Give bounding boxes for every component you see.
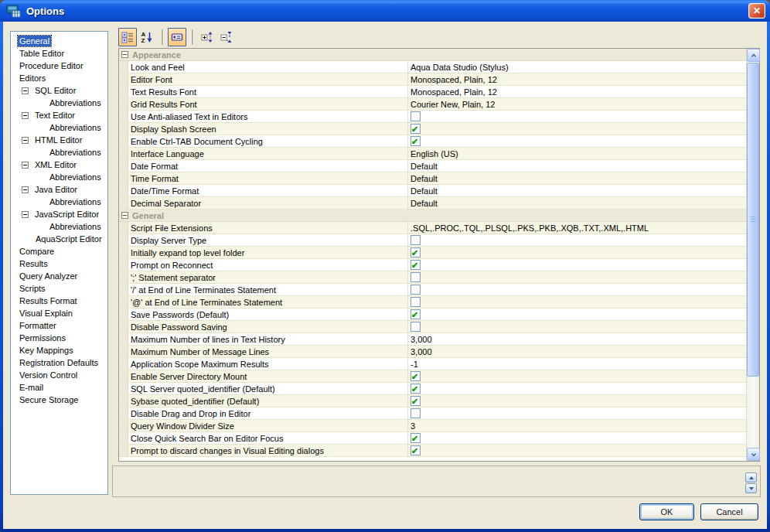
property-row-display-splash-screen[interactable]: Display Splash Screen [119, 123, 746, 135]
categorized-view-button[interactable] [118, 28, 137, 46]
property-value[interactable]: English (US) [408, 148, 746, 159]
checkbox-unchecked-icon[interactable] [411, 408, 421, 418]
property-value[interactable] [408, 321, 746, 332]
property-value[interactable]: Monospaced, Plain, 12 [408, 73, 746, 85]
tree-item-results[interactable]: Results [11, 257, 107, 270]
property-row-query-window-divider-size[interactable]: Query Window Divider Size3 [119, 420, 746, 432]
tree-collapse-toggle-icon[interactable] [22, 112, 29, 119]
property-value[interactable] [408, 309, 746, 320]
tree-item-java-editor[interactable]: Java Editor [11, 183, 107, 196]
cancel-button[interactable]: Cancel [700, 503, 758, 520]
tree-item-results-format[interactable]: Results Format [11, 295, 107, 307]
property-row-enable-server-directory-mount[interactable]: Enable Server Directory Mount [119, 370, 746, 383]
property-value[interactable]: Default [408, 172, 746, 184]
checkbox-checked-icon[interactable] [411, 433, 421, 443]
property-value[interactable]: -1 [408, 358, 746, 370]
tree-item-formatter[interactable]: Formatter [11, 319, 107, 332]
property-value[interactable] [408, 123, 746, 135]
tree-collapse-toggle-icon[interactable] [22, 211, 29, 218]
property-value[interactable] [408, 432, 746, 444]
checkbox-checked-icon[interactable] [411, 396, 421, 406]
tree-item-compare[interactable]: Compare [11, 245, 107, 257]
property-value[interactable] [408, 234, 746, 246]
tree-item-html-editor[interactable]: HTML Editor [11, 134, 107, 146]
property-value[interactable] [408, 259, 746, 271]
property-row-time-format[interactable]: Time FormatDefault [119, 172, 746, 185]
checkbox-checked-icon[interactable] [411, 247, 421, 257]
close-button[interactable]: ✕ [748, 3, 765, 19]
property-row-sql-server-quoted-identifier-default[interactable]: SQL Server quoted_identifier (Default) [119, 383, 746, 395]
tree-item-key-mappings[interactable]: Key Mappings [11, 344, 107, 356]
property-value[interactable]: 3,000 [408, 333, 746, 345]
tree-item-version-control[interactable]: Version Control [11, 369, 107, 381]
property-value[interactable]: 3,000 [408, 346, 746, 357]
scroll-up-button[interactable] [747, 49, 760, 62]
property-row-statement-separator[interactable]: ';' Statement separator [119, 271, 746, 284]
checkbox-checked-icon[interactable] [411, 309, 421, 319]
section-header-appearance[interactable]: Appearance [119, 49, 746, 61]
checkbox-unchecked-icon[interactable] [411, 272, 421, 282]
checkbox-unchecked-icon[interactable] [411, 111, 421, 121]
tree-item-abbreviations[interactable]: Abbreviations [11, 220, 107, 233]
property-row-initially-expand-top-level-folder[interactable]: Initially expand top level folder [119, 247, 746, 259]
tree-item-sql-editor[interactable]: SQL Editor [11, 84, 107, 97]
titlebar[interactable]: Options ✕ [0, 0, 770, 22]
property-row-date-time-format[interactable]: Date/Time FormatDefault [119, 185, 746, 197]
scrollbar-thumb[interactable] [747, 63, 759, 377]
section-collapse-icon[interactable] [121, 212, 128, 219]
tree-item-text-editor[interactable]: Text Editor [11, 109, 107, 121]
property-value[interactable] [408, 135, 746, 147]
checkbox-checked-icon[interactable] [411, 136, 421, 146]
property-row-disable-password-saving[interactable]: Disable Password Saving [119, 321, 746, 333]
tree-item-scripts[interactable]: Scripts [11, 282, 107, 295]
property-row-text-results-font[interactable]: Text Results FontMonospaced, Plain, 12 [119, 86, 746, 98]
property-row-date-format[interactable]: Date FormatDefault [119, 160, 746, 172]
tree-item-permissions[interactable]: Permissions [11, 332, 107, 344]
checkbox-checked-icon[interactable] [411, 371, 421, 381]
property-value[interactable]: Courier New, Plain, 12 [408, 98, 746, 110]
property-row-editor-font[interactable]: Editor FontMonospaced, Plain, 12 [119, 73, 746, 86]
property-row-use-anti-aliased-text-in-editors[interactable]: Use Anti-aliased Text in Editors [119, 111, 746, 123]
tree-item-abbreviations[interactable]: Abbreviations [11, 121, 107, 134]
tree-item-general[interactable]: General [11, 35, 107, 47]
property-value[interactable] [408, 271, 746, 283]
section-header-general[interactable]: General [119, 210, 746, 222]
checkbox-unchecked-icon[interactable] [411, 322, 421, 332]
show-description-button[interactable] [168, 28, 186, 46]
property-value[interactable]: Monospaced, Plain, 12 [408, 86, 746, 97]
property-value[interactable] [408, 296, 746, 308]
tree-item-aquascript-editor[interactable]: AquaScript Editor [11, 233, 107, 245]
property-value[interactable]: Default [408, 185, 746, 196]
property-row-prompt-to-discard-changes-in-visual-editing-dialogs[interactable]: Prompt to discard changes in Visual Edit… [119, 445, 746, 457]
ok-button[interactable]: OK [639, 503, 694, 520]
checkbox-unchecked-icon[interactable] [411, 297, 421, 307]
property-value[interactable]: 3 [408, 420, 746, 431]
tree-item-abbreviations[interactable]: Abbreviations [11, 196, 107, 208]
tree-item-secure-storage[interactable]: Secure Storage [11, 394, 107, 406]
property-value[interactable] [408, 383, 746, 394]
property-value[interactable]: Aqua Data Studio (Stylus) [408, 61, 746, 73]
property-row-at-end-of-line-terminates-statement[interactable]: '/' at End of Line Terminates Statement [119, 284, 746, 296]
property-row-decimal-separator[interactable]: Decimal SeparatorDefault [119, 197, 746, 210]
expand-all-button[interactable] [198, 28, 216, 46]
tree-item-visual-explain[interactable]: Visual Explain [11, 307, 107, 319]
tree-item-abbreviations[interactable]: Abbreviations [11, 171, 107, 183]
property-row-disable-drag-and-drop-in-editor[interactable]: Disable Drag and Drop in Editor [119, 408, 746, 420]
tree-item-abbreviations[interactable]: Abbreviations [11, 146, 107, 159]
property-row-close-quick-search-bar-on-editor-focus[interactable]: Close Quick Search Bar on Editor Focus [119, 432, 746, 445]
checkbox-checked-icon[interactable] [411, 124, 421, 134]
property-row-interface-language[interactable]: Interface LanguageEnglish (US) [119, 148, 746, 160]
tree-item-editors[interactable]: Editors [11, 72, 107, 84]
property-value[interactable] [408, 247, 746, 258]
collapse-all-button[interactable] [217, 28, 236, 46]
checkbox-unchecked-icon[interactable] [411, 235, 421, 245]
property-value[interactable]: Default [408, 160, 746, 172]
property-row-at-end-of-line-terminates-statement[interactable]: '@' at End of Line Terminates Statement [119, 296, 746, 309]
property-row-script-file-extensions[interactable]: Script File Extensions.SQL,.PROC,.TQL,.P… [119, 222, 746, 234]
tree-collapse-toggle-icon[interactable] [22, 186, 29, 193]
description-scroll-up-button[interactable] [745, 472, 757, 483]
tree-item-registration-defaults[interactable]: Registration Defaults [11, 356, 107, 369]
tree-item-xml-editor[interactable]: XML Editor [11, 159, 107, 171]
checkbox-checked-icon[interactable] [411, 445, 421, 455]
property-value[interactable] [408, 395, 746, 407]
